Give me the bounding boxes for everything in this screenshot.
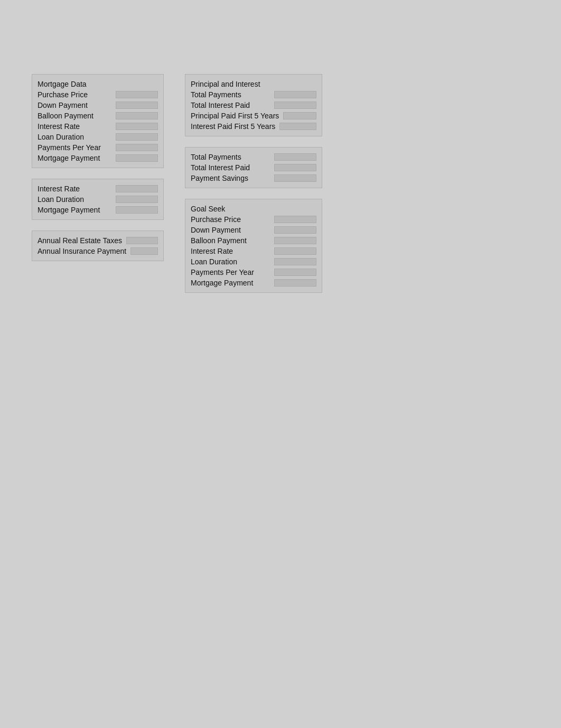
mortgage-payment2-value[interactable] xyxy=(116,206,158,214)
gs-loan-duration-label: Loan Duration xyxy=(191,257,237,266)
mortgage-payment2-row: Mortgage Payment xyxy=(38,205,158,215)
left-column: Mortgage Data Purchase Price Down Paymen… xyxy=(32,74,164,293)
gs-purchase-price-label: Purchase Price xyxy=(191,215,241,224)
savings-section: Total Payments Total Interest Paid Payme… xyxy=(185,147,322,188)
interest-rate-value[interactable] xyxy=(116,123,158,130)
total-payments2-label: Total Payments xyxy=(191,153,241,161)
gs-purchase-price-value[interactable] xyxy=(274,216,316,223)
principal-paid-first-years-label: Principal Paid First 5 Years xyxy=(191,112,279,120)
gs-balloon-payment-row: Balloon Payment xyxy=(191,235,316,246)
payment-savings-row: Payment Savings xyxy=(191,173,316,183)
principal-paid-first-years-row: Principal Paid First 5 Years xyxy=(191,110,316,121)
mortgage-payment-label: Mortgage Payment xyxy=(38,154,100,162)
interest-paid-first-years-row: Interest Paid First 5 Years xyxy=(191,121,316,132)
gs-interest-rate-row: Interest Rate xyxy=(191,246,316,256)
payments-per-year-value[interactable] xyxy=(116,144,158,151)
total-interest-paid2-value[interactable] xyxy=(274,164,316,171)
loan-duration2-value[interactable] xyxy=(116,196,158,203)
interest-rate2-row: Interest Rate xyxy=(38,183,158,194)
purchase-price-label: Purchase Price xyxy=(38,90,88,99)
total-interest-paid2-row: Total Interest Paid xyxy=(191,162,316,173)
loan-duration-row: Loan Duration xyxy=(38,132,158,142)
interest-rate-row: Interest Rate xyxy=(38,121,158,132)
total-payments2-row: Total Payments xyxy=(191,152,316,162)
gs-payments-per-year-row: Payments Per Year xyxy=(191,267,316,278)
balloon-payment-value[interactable] xyxy=(116,112,158,119)
payment-savings-value[interactable] xyxy=(274,174,316,182)
annual-taxes-value[interactable] xyxy=(126,237,158,244)
gs-balloon-payment-value[interactable] xyxy=(274,237,316,244)
annual-insurance-label: Annual Insurance Payment xyxy=(38,247,126,255)
loan-duration2-label: Loan Duration xyxy=(38,195,84,204)
annual-insurance-value[interactable] xyxy=(130,247,158,255)
goal-seek-header-row: Goal Seek xyxy=(191,204,316,214)
mortgage-data-section: Mortgage Data Purchase Price Down Paymen… xyxy=(32,74,164,168)
total-payments2-value[interactable] xyxy=(274,153,316,161)
mortgage-data-header-row: Mortgage Data xyxy=(38,79,158,89)
annual-taxes-label: Annual Real Estate Taxes xyxy=(38,236,122,245)
loan-duration-value[interactable] xyxy=(116,133,158,141)
total-payments-value[interactable] xyxy=(274,91,316,98)
payment-savings-label: Payment Savings xyxy=(191,174,248,182)
loan-duration2-row: Loan Duration xyxy=(38,194,158,205)
total-interest-paid-row: Total Interest Paid xyxy=(191,100,316,110)
annual-insurance-row: Annual Insurance Payment xyxy=(38,246,158,256)
principal-interest-section: Principal and Interest Total Payments To… xyxy=(185,74,322,136)
total-payments-row: Total Payments xyxy=(191,89,316,100)
mortgage-payment2-label: Mortgage Payment xyxy=(38,206,100,214)
gs-down-payment-label: Down Payment xyxy=(191,226,241,234)
gs-mortgage-payment-row: Mortgage Payment xyxy=(191,278,316,288)
goal-seek-section: Goal Seek Purchase Price Down Payment Ba… xyxy=(185,199,322,293)
gs-balloon-payment-label: Balloon Payment xyxy=(191,236,247,245)
payments-per-year-row: Payments Per Year xyxy=(38,142,158,153)
total-interest-paid-label: Total Interest Paid xyxy=(191,101,250,109)
gs-mortgage-payment-label: Mortgage Payment xyxy=(191,279,253,287)
mortgage-payment-value[interactable] xyxy=(116,154,158,162)
principal-interest-header: Principal and Interest xyxy=(191,80,260,88)
down-payment-row: Down Payment xyxy=(38,100,158,110)
gs-down-payment-row: Down Payment xyxy=(191,225,316,235)
interest-rate2-value[interactable] xyxy=(116,185,158,192)
gs-down-payment-value[interactable] xyxy=(274,226,316,234)
purchase-price-row: Purchase Price xyxy=(38,89,158,100)
mortgage-payment-row: Mortgage Payment xyxy=(38,153,158,163)
total-interest-paid2-label: Total Interest Paid xyxy=(191,163,250,172)
taxes-insurance-section: Annual Real Estate Taxes Annual Insuranc… xyxy=(32,231,164,261)
right-column: Principal and Interest Total Payments To… xyxy=(185,74,322,293)
goal-seek-header: Goal Seek xyxy=(191,205,225,213)
purchase-price-value[interactable] xyxy=(116,91,158,98)
interest-rate2-label: Interest Rate xyxy=(38,185,80,193)
interest-paid-first-years-value[interactable] xyxy=(279,123,316,130)
gs-interest-rate-label: Interest Rate xyxy=(191,247,233,255)
gs-payments-per-year-label: Payments Per Year xyxy=(191,268,254,277)
loan-duration-label: Loan Duration xyxy=(38,133,84,141)
balloon-payment-label: Balloon Payment xyxy=(38,112,94,120)
total-payments-label: Total Payments xyxy=(191,90,241,99)
gs-mortgage-payment-value[interactable] xyxy=(274,279,316,287)
down-payment-label: Down Payment xyxy=(38,101,88,109)
total-interest-paid-value[interactable] xyxy=(274,102,316,109)
comparison-section: Interest Rate Loan Duration Mortgage Pay… xyxy=(32,179,164,220)
gs-interest-rate-value[interactable] xyxy=(274,247,316,255)
interest-paid-first-years-label: Interest Paid First 5 Years xyxy=(191,122,275,131)
gs-payments-per-year-value[interactable] xyxy=(274,269,316,276)
gs-loan-duration-value[interactable] xyxy=(274,258,316,265)
principal-interest-header-row: Principal and Interest xyxy=(191,79,316,89)
principal-paid-first-years-value[interactable] xyxy=(283,112,316,119)
mortgage-data-header: Mortgage Data xyxy=(38,80,87,88)
payments-per-year-label: Payments Per Year xyxy=(38,143,101,152)
balloon-payment-row: Balloon Payment xyxy=(38,110,158,121)
annual-taxes-row: Annual Real Estate Taxes xyxy=(38,235,158,246)
main-container: Mortgage Data Purchase Price Down Paymen… xyxy=(0,0,561,314)
interest-rate-label: Interest Rate xyxy=(38,122,80,131)
down-payment-value[interactable] xyxy=(116,102,158,109)
gs-loan-duration-row: Loan Duration xyxy=(191,256,316,267)
gs-purchase-price-row: Purchase Price xyxy=(191,214,316,225)
